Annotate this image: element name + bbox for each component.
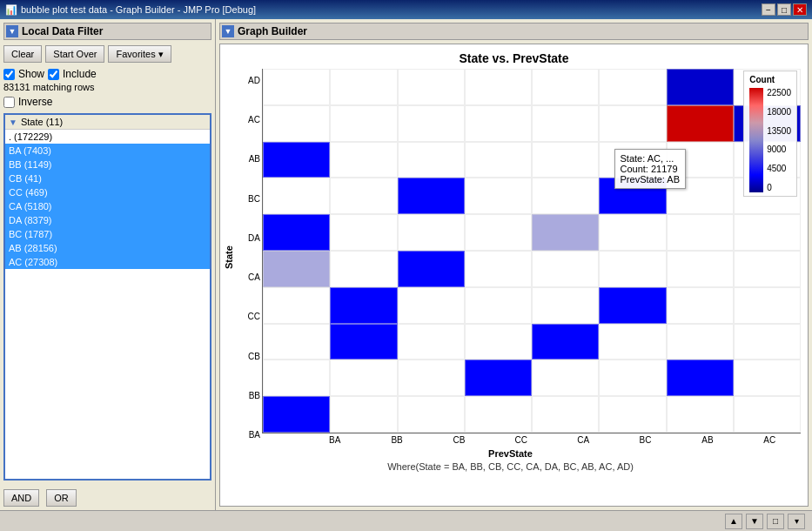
heatmap-cell[interactable] <box>532 69 599 105</box>
heatmap-cell[interactable] <box>330 396 397 433</box>
heatmap-cell[interactable] <box>330 214 397 251</box>
heatmap-cell[interactable] <box>532 178 599 214</box>
status-icon-up[interactable]: ▲ <box>725 514 742 529</box>
heatmap-cell[interactable] <box>263 178 330 214</box>
heatmap-cell[interactable] <box>263 324 330 360</box>
heatmap-cell[interactable] <box>398 105 465 142</box>
heatmap-cell[interactable] <box>599 105 666 142</box>
minimize-button[interactable]: − <box>762 3 775 16</box>
or-button[interactable]: OR <box>46 489 77 507</box>
inverse-checkbox[interactable] <box>3 97 15 108</box>
heatmap-cell[interactable] <box>599 287 666 324</box>
list-item[interactable]: . (172229) <box>5 130 210 144</box>
heatmap-cell[interactable] <box>398 287 465 324</box>
heatmap-cell[interactable] <box>465 69 532 105</box>
right-panel: ▼ Graph Builder State vs. PrevState Stat… <box>216 19 812 510</box>
heatmap-cell[interactable] <box>465 324 532 360</box>
list-item[interactable]: AB (28156) <box>5 241 210 255</box>
heatmap-cell[interactable] <box>532 105 599 142</box>
heatmap-cell[interactable] <box>330 178 397 214</box>
heatmap-cell[interactable] <box>667 287 734 324</box>
heatmap-cell[interactable] <box>263 214 330 251</box>
list-item[interactable]: CB (41) <box>5 171 210 185</box>
heatmap-cell[interactable] <box>398 69 465 105</box>
list-item[interactable]: BB (1149) <box>5 158 210 171</box>
heatmap-cell[interactable] <box>465 142 532 178</box>
heatmap-cell[interactable] <box>263 251 330 287</box>
heatmap-cell[interactable] <box>599 214 666 251</box>
heatmap-cell[interactable] <box>734 324 801 360</box>
heatmap-cell[interactable] <box>532 324 599 360</box>
list-item[interactable]: BA (7403) <box>5 144 210 158</box>
heatmap-cell[interactable] <box>465 396 532 433</box>
maximize-button[interactable]: □ <box>777 3 791 16</box>
x-axis-tick: AC <box>739 435 801 445</box>
heatmap-cell[interactable] <box>599 324 666 360</box>
heatmap-cell[interactable] <box>734 396 801 433</box>
heatmap-cell[interactable] <box>330 142 397 178</box>
heatmap-cell[interactable] <box>330 251 397 287</box>
heatmap-cell[interactable] <box>398 360 465 396</box>
heatmap-cell[interactable] <box>667 324 734 360</box>
heatmap-cell[interactable] <box>667 360 734 396</box>
heatmap-cell[interactable] <box>599 251 666 287</box>
heatmap-cell[interactable] <box>398 142 465 178</box>
filter-list[interactable]: . (172229)BA (7403)BB (1149)CB (41)CC (4… <box>5 130 210 269</box>
heatmap-cell[interactable] <box>465 105 532 142</box>
heatmap-cell[interactable] <box>330 105 397 142</box>
heatmap-cell[interactable] <box>465 251 532 287</box>
heatmap-cell[interactable] <box>734 251 801 287</box>
heatmap-cell[interactable] <box>734 360 801 396</box>
heatmap-cell[interactable] <box>532 287 599 324</box>
heatmap-cell[interactable] <box>330 69 397 105</box>
heatmap-cell[interactable] <box>532 251 599 287</box>
heatmap-cell[interactable] <box>532 214 599 251</box>
heatmap-cell[interactable] <box>263 396 330 433</box>
list-item[interactable]: DA (8379) <box>5 213 210 227</box>
heatmap-cell[interactable] <box>532 396 599 433</box>
status-icon-menu[interactable]: ▾ <box>788 514 805 529</box>
close-button[interactable]: ✕ <box>793 3 807 16</box>
heatmap-cell[interactable] <box>734 214 801 251</box>
heatmap-cell[interactable] <box>667 396 734 433</box>
heatmap-cell[interactable] <box>667 251 734 287</box>
heatmap-cell[interactable] <box>263 69 330 105</box>
heatmap-cell[interactable] <box>330 287 397 324</box>
heatmap-cell[interactable] <box>398 324 465 360</box>
clear-button[interactable]: Clear <box>3 45 42 63</box>
heatmap-cell[interactable] <box>465 214 532 251</box>
heatmap-cell[interactable] <box>398 178 465 214</box>
heatmap-cell[interactable] <box>263 360 330 396</box>
heatmap-cell[interactable] <box>263 105 330 142</box>
heatmap-cell[interactable] <box>532 360 599 396</box>
heatmap-cell[interactable] <box>599 360 666 396</box>
heatmap-cell[interactable] <box>667 105 734 142</box>
list-item[interactable]: AC (27308) <box>5 255 210 269</box>
show-checkbox[interactable] <box>3 69 15 80</box>
favorites-button[interactable]: Favorites ▾ <box>108 45 171 63</box>
heatmap-cell[interactable] <box>599 396 666 433</box>
list-item[interactable]: BC (1787) <box>5 227 210 241</box>
status-icon-window[interactable]: □ <box>767 514 784 529</box>
heatmap-cell[interactable] <box>667 69 734 105</box>
heatmap-cell[interactable] <box>263 142 330 178</box>
start-over-button[interactable]: Start Over <box>45 45 104 63</box>
status-icon-down[interactable]: ▼ <box>746 514 763 529</box>
heatmap-cell[interactable] <box>330 324 397 360</box>
heatmap-cell[interactable] <box>667 214 734 251</box>
list-item[interactable]: CA (5180) <box>5 199 210 213</box>
heatmap-cell[interactable] <box>734 287 801 324</box>
list-item[interactable]: CC (469) <box>5 185 210 199</box>
include-checkbox[interactable] <box>48 69 59 80</box>
and-button[interactable]: AND <box>3 489 39 507</box>
heatmap-cell[interactable] <box>330 360 397 396</box>
heatmap-cell[interactable] <box>398 396 465 433</box>
heatmap-cell[interactable] <box>465 360 532 396</box>
heatmap-cell[interactable] <box>465 178 532 214</box>
heatmap-cell[interactable] <box>465 287 532 324</box>
heatmap-cell[interactable] <box>398 214 465 251</box>
heatmap-cell[interactable] <box>398 251 465 287</box>
heatmap-cell[interactable] <box>599 69 666 105</box>
heatmap-cell[interactable] <box>263 287 330 324</box>
heatmap-cell[interactable] <box>532 142 599 178</box>
